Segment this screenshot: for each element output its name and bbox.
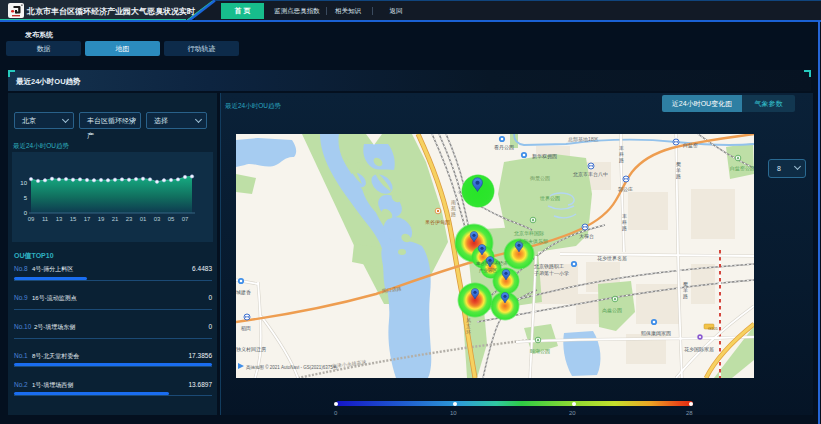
svg-text:高鑫公园: 高鑫公园 xyxy=(602,307,622,314)
svg-text:世界公园: 世界公园 xyxy=(539,195,560,202)
svg-text:花乡世界名居: 花乡世界名居 xyxy=(597,255,627,262)
svg-text:15: 15 xyxy=(70,216,77,222)
svg-text:10: 10 xyxy=(20,180,27,186)
svg-text:07: 07 xyxy=(182,216,189,222)
svg-text:5: 5 xyxy=(24,195,28,201)
svg-text:北京铁路职工: 北京铁路职工 xyxy=(534,263,564,270)
svg-text:花乡国际家居: 花乡国际家居 xyxy=(684,346,714,353)
svg-text:郭公庄: 郭公庄 xyxy=(618,186,633,193)
svg-text:颐湖公园: 颐湖公园 xyxy=(530,348,550,355)
svg-text:城建香: 城建香 xyxy=(236,289,251,296)
svg-text:丰台区循环经济: 丰台区循环经济 xyxy=(476,260,508,266)
svg-text:看丹公园: 看丹公园 xyxy=(494,144,514,151)
svg-text:白盆窑: 白盆窑 xyxy=(683,142,698,149)
svg-text:产业园区: 产业园区 xyxy=(479,267,498,273)
svg-text:熙保康阔家园: 熙保康阔家园 xyxy=(641,330,671,337)
svg-text:御景公园: 御景公园 xyxy=(530,175,550,182)
svg-text:路: 路 xyxy=(676,173,681,179)
svg-text:高尔夫俱乐部: 高尔夫俱乐部 xyxy=(518,238,548,245)
svg-text:路: 路 xyxy=(622,225,627,231)
svg-text:白盆窑公园: 白盆窑公园 xyxy=(730,165,754,172)
svg-text:21: 21 xyxy=(112,216,119,222)
svg-text:23: 23 xyxy=(126,216,133,222)
svg-text:19: 19 xyxy=(98,216,105,222)
svg-text:路: 路 xyxy=(619,157,624,163)
svg-text:G105: G105 xyxy=(708,326,719,331)
svg-text:子弟第十一小学: 子弟第十一小学 xyxy=(534,270,569,277)
svg-text:17: 17 xyxy=(84,216,91,222)
svg-text:稻田: 稻田 xyxy=(241,325,251,332)
svg-text:09: 09 xyxy=(28,216,35,222)
svg-text:环: 环 xyxy=(466,329,471,335)
svg-text:13: 13 xyxy=(56,216,63,222)
svg-text:总部基地18区: 总部基地18区 xyxy=(568,136,599,143)
svg-text:大葆台: 大葆台 xyxy=(579,233,594,239)
svg-text:新华双拥园: 新华双拥园 xyxy=(532,153,557,160)
svg-text:11: 11 xyxy=(42,216,49,222)
svg-text:北京市丰台八中: 北京市丰台八中 xyxy=(573,171,608,178)
svg-text:03: 03 xyxy=(154,216,161,222)
svg-text:路: 路 xyxy=(451,211,456,217)
svg-text:果谷伊甸园: 果谷伊甸园 xyxy=(425,219,450,226)
svg-text:高德地图 © 2021 AutoNavi - GS(2021: 高德地图 © 2021 AutoNavi - GS(2021)6375号 xyxy=(246,364,338,370)
svg-text:05: 05 xyxy=(168,216,175,222)
svg-text:北京华科国际: 北京华科国际 xyxy=(514,230,544,237)
svg-text:路: 路 xyxy=(683,293,688,299)
svg-text:独义村回迁房: 独义村回迁房 xyxy=(236,346,266,353)
svg-text:01: 01 xyxy=(140,216,147,222)
